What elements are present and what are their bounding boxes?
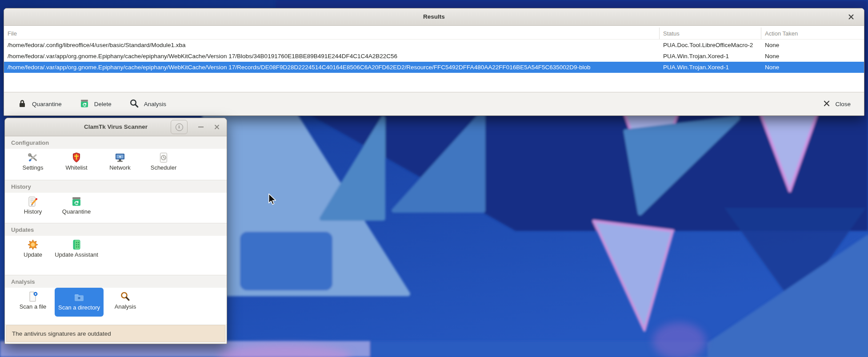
- cell-status: PUA.Doc.Tool.LibreOfficeMacro-2: [660, 42, 761, 48]
- quarantine-icon: [71, 196, 82, 207]
- item-label: Scheduler: [151, 165, 177, 171]
- section-header-history: History: [5, 180, 227, 193]
- history-icon: [27, 196, 39, 207]
- column-header-file[interactable]: File: [4, 28, 660, 39]
- analysis-button-label: Analysis: [144, 101, 166, 107]
- settings-item[interactable]: Settings: [11, 152, 55, 171]
- cell-file: /home/fedora/.config/libreoffice/4/user/…: [4, 42, 660, 48]
- window-close-button[interactable]: [214, 124, 220, 130]
- item-label: Analysis: [115, 304, 136, 310]
- update-assistant-item[interactable]: Update Assistant: [55, 239, 98, 258]
- results-window-title: Results: [4, 8, 864, 25]
- cell-status: PUA.Win.Trojan.Xored-1: [660, 64, 761, 71]
- search-icon: [129, 99, 139, 110]
- minimize-button[interactable]: [198, 127, 204, 127]
- close-icon: [214, 124, 220, 130]
- table-row[interactable]: /home/fedora/.config/libreoffice/4/user/…: [4, 40, 864, 51]
- item-label: Scan a file: [20, 304, 47, 310]
- item-label: History: [24, 209, 42, 215]
- delete-button-label: Delete: [94, 101, 112, 107]
- mouse-cursor: [268, 194, 278, 205]
- scan-a-file-item[interactable]: Scan a file: [11, 291, 55, 310]
- network-item[interactable]: Network: [98, 152, 142, 171]
- table-row-selected[interactable]: /home/fedora/.var/app/org.gnome.Epiphany…: [4, 62, 864, 73]
- scan-a-directory-item[interactable]: Scan a directory: [55, 288, 104, 317]
- scheduler-item[interactable]: Scheduler: [142, 152, 185, 171]
- analysis-item[interactable]: Analysis: [104, 291, 147, 310]
- clamtk-window: ClamTk Virus Scanner i Configuration Set…: [4, 118, 227, 344]
- results-table: File Status Action Taken /home/fedora/.c…: [4, 26, 864, 92]
- item-label: Scan a directory: [58, 305, 100, 311]
- update-icon: [27, 239, 39, 250]
- cell-file: /home/fedora/.var/app/org.gnome.Epiphany…: [4, 53, 660, 60]
- cell-action: None: [761, 64, 864, 71]
- item-label: Network: [109, 165, 131, 171]
- table-row[interactable]: /home/fedora/.var/app/org.gnome.Epiphany…: [4, 51, 864, 62]
- titlebar-buttons: i: [171, 118, 220, 136]
- close-x-icon: [823, 100, 830, 108]
- results-window: Results File Status Action Taken /home/f…: [4, 8, 864, 116]
- quarantine-item[interactable]: Quarantine: [55, 196, 98, 215]
- section-row-history: History Quarantine: [5, 193, 227, 223]
- close-button[interactable]: Close: [820, 98, 853, 110]
- section-row-analysis: Scan a file Scan a directory Analysis: [5, 288, 227, 324]
- quarantine-button-label: Quarantine: [32, 101, 62, 107]
- cell-action: None: [761, 42, 864, 48]
- trash-recycle-icon: [80, 99, 89, 110]
- column-header-action-taken[interactable]: Action Taken: [761, 28, 864, 39]
- close-icon[interactable]: [848, 8, 854, 25]
- update-assistant-icon: [71, 239, 82, 250]
- section-row-updates: Update Update Assistant: [5, 236, 227, 275]
- whitelist-item[interactable]: Whitelist: [55, 152, 98, 171]
- cell-file: /home/fedora/.var/app/org.gnome.Epiphany…: [4, 64, 660, 71]
- status-bar: The antivirus signatures are outdated: [6, 325, 225, 342]
- scan-file-icon: [27, 291, 39, 302]
- section-row-configuration: Settings Whitelist Network Scheduler: [5, 149, 227, 180]
- history-item[interactable]: History: [11, 196, 55, 215]
- settings-icon: [27, 152, 39, 163]
- item-label: Quarantine: [62, 209, 91, 215]
- item-label: Settings: [23, 165, 44, 171]
- section-header-analysis: Analysis: [5, 275, 227, 288]
- lock-icon: [17, 99, 27, 110]
- scan-directory-icon: [73, 292, 85, 303]
- section-header-configuration: Configuration: [5, 136, 227, 149]
- clamtk-titlebar[interactable]: ClamTk Virus Scanner i: [5, 118, 227, 136]
- analysis-button[interactable]: Analysis: [127, 97, 169, 111]
- info-button[interactable]: i: [171, 120, 188, 134]
- minimize-icon: [198, 127, 204, 127]
- clamtk-body: Configuration Settings Whitelist Network: [5, 136, 227, 324]
- delete-button[interactable]: Delete: [77, 97, 114, 111]
- section-header-updates: Updates: [5, 223, 227, 236]
- item-label: Whitelist: [65, 165, 87, 171]
- analysis-magnifier-icon: [120, 291, 131, 302]
- results-titlebar[interactable]: Results: [4, 8, 864, 26]
- item-label: Update: [24, 252, 42, 258]
- table-header-row: File Status Action Taken: [4, 28, 864, 40]
- scheduler-icon: [158, 152, 169, 163]
- quarantine-button[interactable]: Quarantine: [15, 97, 64, 111]
- close-button-label: Close: [835, 101, 851, 107]
- update-item[interactable]: Update: [11, 239, 55, 258]
- column-header-status[interactable]: Status: [660, 28, 761, 39]
- cell-status: PUA.Win.Trojan.Xored-1: [660, 53, 761, 60]
- network-icon: [114, 152, 126, 163]
- table-empty-area: [4, 73, 864, 92]
- info-icon: i: [176, 123, 183, 131]
- results-action-bar: Quarantine Delete Analysis Close: [4, 92, 864, 115]
- cell-action: None: [761, 53, 864, 60]
- whitelist-icon: [71, 152, 82, 163]
- item-label: Update Assistant: [55, 252, 98, 258]
